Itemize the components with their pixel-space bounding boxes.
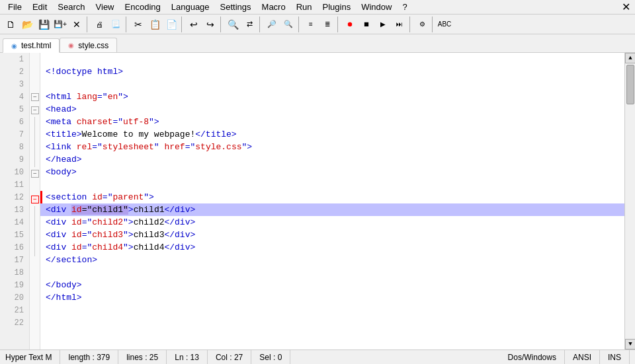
menu-edit[interactable]: Edit xyxy=(27,1,52,13)
open-button[interactable]: 📂 xyxy=(19,17,35,32)
ln-18: 18 xyxy=(0,266,29,279)
tab-label-css: style.css xyxy=(78,41,108,50)
fold-5[interactable]: − xyxy=(31,106,39,114)
toolbar-sep-1 xyxy=(87,17,89,32)
code-area[interactable]: <!doctype html> <html lang="en"> <head> … xyxy=(40,53,624,349)
ln-7: 7 xyxy=(0,128,29,141)
menu-window[interactable]: Window xyxy=(356,1,397,13)
cut-button[interactable]: ✂ xyxy=(130,17,146,32)
fold-line-21 xyxy=(30,307,40,319)
status-ins-label: INS xyxy=(608,353,621,362)
ln-20: 20 xyxy=(0,291,29,304)
save-button[interactable]: 💾 xyxy=(36,17,52,32)
menu-language[interactable]: Language xyxy=(166,1,215,13)
menu-view[interactable]: View xyxy=(91,1,120,13)
toolbar-sep-6 xyxy=(298,17,301,32)
status-eol-label: Dos/Windows xyxy=(508,353,556,362)
status-sel: Sel : 0 xyxy=(251,350,290,364)
status-lines-label: lines : 25 xyxy=(126,353,158,362)
menu-settings[interactable]: Settings xyxy=(215,1,257,13)
code-line-6: <meta charset="utf-8"> xyxy=(40,116,624,128)
indent-back-button[interactable]: ≣ xyxy=(319,17,335,32)
fold-line-13 xyxy=(30,206,40,219)
code-line-14: <div id="child2">child2</div> xyxy=(40,216,624,229)
redo-button[interactable]: ↪ xyxy=(202,17,218,32)
zoom-in-button[interactable]: 🔎 xyxy=(264,17,280,32)
menu-plugins[interactable]: Plugins xyxy=(318,1,357,13)
ln-19: 19 xyxy=(0,279,29,291)
ln-11: 11 xyxy=(0,178,29,191)
macro-stop-button[interactable]: ⏹ xyxy=(359,17,374,32)
fold-4[interactable]: − xyxy=(31,93,39,101)
code-line-15: <div id="child3">child3</div> xyxy=(40,229,624,241)
scroll-track[interactable] xyxy=(625,63,635,339)
ln-22: 22 xyxy=(0,316,29,329)
toolbar-sep-2 xyxy=(126,17,128,32)
find-button[interactable]: 🔍 xyxy=(225,17,241,32)
status-encoding: ANSI xyxy=(565,350,600,364)
status-length: length : 379 xyxy=(60,350,118,364)
menu-macro[interactable]: Macro xyxy=(257,1,291,13)
menu-encoding[interactable]: Encoding xyxy=(120,1,166,13)
ln-3: 3 xyxy=(0,78,29,91)
spell-check-button[interactable]: ABC xyxy=(437,17,452,32)
print-button[interactable]: 🖨 xyxy=(91,17,107,32)
print-preview-button[interactable]: 📃 xyxy=(108,17,124,32)
new-button[interactable]: 🗋 xyxy=(3,17,19,32)
fold-12-error[interactable]: − xyxy=(31,196,39,203)
save-all-button[interactable]: 💾+ xyxy=(52,17,68,32)
fold-line-9 xyxy=(30,155,40,167)
settings-button[interactable]: ⚙ xyxy=(414,17,430,32)
close-file-button[interactable]: ✕ xyxy=(69,17,85,32)
fold-10[interactable]: − xyxy=(31,170,39,178)
zoom-out-button[interactable]: 🔍 xyxy=(280,17,296,32)
status-col-label: Col : 27 xyxy=(216,353,243,362)
status-ln: Ln : 13 xyxy=(167,350,208,364)
fold-2 xyxy=(30,65,40,78)
indent-button[interactable]: ≡ xyxy=(303,17,319,32)
ln-5: 5 xyxy=(0,103,29,116)
menu-search[interactable]: Search xyxy=(52,1,90,13)
ln-2: 2 xyxy=(0,65,29,78)
scroll-thumb[interactable] xyxy=(626,65,634,104)
scroll-down-arrow[interactable]: ▼ xyxy=(625,339,635,349)
fold-3 xyxy=(30,78,40,91)
fold-line-7 xyxy=(30,129,40,142)
close-button[interactable]: ✕ xyxy=(619,1,632,14)
ln-10: 10 xyxy=(0,166,29,178)
tab-style-css[interactable]: ◉ style.css xyxy=(60,38,117,52)
status-encoding-label: ANSI xyxy=(573,353,591,362)
statusbar: Hyper Text M length : 379 lines : 25 Ln … xyxy=(0,349,635,364)
ln-1: 1 xyxy=(0,53,29,65)
ln-16: 16 xyxy=(0,241,29,254)
undo-button[interactable]: ↩ xyxy=(186,17,202,32)
ln-13: 13 xyxy=(0,203,29,216)
toolbar-sep-9 xyxy=(432,17,435,32)
code-line-16: <div id="child4">child4</div> xyxy=(40,241,624,254)
menu-file[interactable]: File xyxy=(3,1,27,13)
scroll-up-arrow[interactable]: ▲ xyxy=(625,53,635,63)
fold-line-15 xyxy=(30,231,40,244)
fold-line-11 xyxy=(30,180,40,193)
menu-help[interactable]: ? xyxy=(397,1,412,13)
menu-run[interactable]: Run xyxy=(291,1,318,13)
status-ins: INS xyxy=(600,350,630,364)
code-line-17: </section> xyxy=(40,254,624,266)
status-lines: lines : 25 xyxy=(118,350,167,364)
fold-line-6 xyxy=(30,117,40,129)
ln-21: 21 xyxy=(0,304,29,316)
macro-play-button[interactable]: ▶ xyxy=(375,17,391,32)
tab-test-html[interactable]: ◉ test.html xyxy=(3,38,60,53)
line-numbers: 1 2 3 4 5 6 7 8 9 10 11 12 13 14 15 16 1… xyxy=(0,53,30,349)
ln-8: 8 xyxy=(0,141,29,153)
code-line-12: <section id="parent"> xyxy=(40,191,624,203)
macro-record-button[interactable]: ⏺ xyxy=(342,17,358,32)
scrollbar-vertical[interactable]: ▲ ▼ xyxy=(624,53,635,349)
paste-button[interactable]: 📄 xyxy=(163,17,179,32)
code-line-4: <html lang="en"> xyxy=(40,91,624,103)
replace-button[interactable]: ⇄ xyxy=(241,17,257,32)
macro-run-button[interactable]: ⏭ xyxy=(392,17,407,32)
copy-button[interactable]: 📋 xyxy=(147,17,163,32)
code-line-19: </body> xyxy=(40,279,624,291)
toolbar-sep-4 xyxy=(220,17,223,32)
